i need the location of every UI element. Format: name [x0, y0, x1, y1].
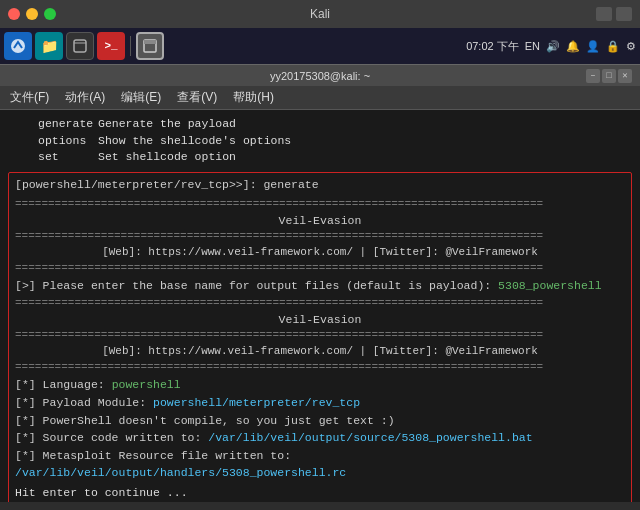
close-button[interactable]: [8, 8, 20, 20]
help-commands-table: generate Generate the payload options Sh…: [8, 116, 632, 166]
prompt-text: [powershell/meterpreter/rev_tcp>>]: gene…: [15, 178, 319, 191]
volume-icon[interactable]: 🔊: [546, 40, 560, 53]
dashes-4: ========================================…: [15, 296, 625, 312]
cmd-name-generate: generate: [8, 116, 98, 133]
basename-prompt-text: [>] Please enter the base name for outpu…: [15, 279, 498, 292]
status-language: [*] Language: powershell: [15, 377, 625, 394]
menu-help[interactable]: 帮助(H): [233, 89, 274, 106]
user-icon[interactable]: 👤: [586, 40, 600, 53]
menu-edit[interactable]: 编辑(E): [121, 89, 161, 106]
cmd-desc-set: Set shellcode option: [98, 149, 236, 166]
taskbar-terminal-icon[interactable]: >_: [97, 32, 125, 60]
status-compile: [*] PowerShell doesn't compile, so you j…: [15, 413, 625, 430]
taskbar-right-area: 07:02 下午 EN 🔊 🔔 👤 🔒 ⚙: [466, 39, 636, 54]
dashes-6: ========================================…: [15, 360, 625, 376]
window-title: yy20175308@kali: ~: [270, 70, 370, 82]
status-source-path: /var/lib/veil/output/source/5308_powersh…: [208, 431, 532, 444]
macos-title: Kali: [310, 7, 330, 21]
dashes-5: ========================================…: [15, 328, 625, 344]
veil-title-1: Veil-Evasion: [15, 213, 625, 230]
taskbar-kali-icon[interactable]: [4, 32, 32, 60]
taskbar-time: 07:02 下午: [466, 39, 519, 54]
menubar: 文件(F) 动作(A) 编辑(E) 查看(V) 帮助(H): [0, 86, 640, 110]
cmd-row-generate: generate Generate the payload: [8, 116, 632, 133]
output-box: [powershell/meterpreter/rev_tcp>>]: gene…: [8, 172, 632, 502]
dashes-2: ========================================…: [15, 229, 625, 245]
cmd-desc-generate: Generate the payload: [98, 116, 236, 133]
menu-actions[interactable]: 动作(A): [65, 89, 105, 106]
status-language-prefix: [*] Language:: [15, 378, 112, 391]
taskbar-active-window[interactable]: [136, 32, 164, 60]
maximize-button[interactable]: [44, 8, 56, 20]
taskbar-browser-icon[interactable]: [66, 32, 94, 60]
status-metasploit-path: /var/lib/veil/output/handlers/5308_power…: [15, 466, 346, 479]
menu-file[interactable]: 文件(F): [10, 89, 49, 106]
taskbar-files-icon[interactable]: 📁: [35, 32, 63, 60]
cmd-row-options: options Show the shellcode's options: [8, 133, 632, 150]
taskbar-locale: EN: [525, 40, 540, 52]
veil-title-2: Veil-Evasion: [15, 312, 625, 329]
status-metasploit-prefix: [*] Metasploit Resource file written to:: [15, 449, 291, 462]
macos-icon-2: [616, 7, 632, 21]
menu-view[interactable]: 查看(V): [177, 89, 217, 106]
basename-value: 5308_powershell: [498, 279, 602, 292]
terminal-body: generate Generate the payload options Sh…: [0, 110, 640, 502]
dashes-1: ========================================…: [15, 197, 625, 213]
cmd-name-set: set: [8, 149, 98, 166]
link-line-1: [Web]: https://www.veil-framework.com/ |…: [15, 245, 625, 261]
bell-icon[interactable]: 🔔: [566, 40, 580, 53]
cmd-name-options: options: [8, 133, 98, 150]
hit-enter-line: Hit enter to continue ...: [15, 485, 625, 502]
status-source-prefix: [*] Source code written to:: [15, 431, 208, 444]
window-restore-btn[interactable]: □: [602, 69, 616, 83]
status-compile-text: [*] PowerShell doesn't compile, so you j…: [15, 414, 395, 427]
taskbar-separator: [130, 36, 131, 56]
cmd-desc-options: Show the shellcode's options: [98, 133, 291, 150]
power-icon[interactable]: ⚙: [626, 40, 636, 53]
window-minimize-btn[interactable]: –: [586, 69, 600, 83]
taskbar: 📁 >_ 07:02 下午 EN 🔊 🔔 👤 🔒 ⚙: [0, 28, 640, 64]
minimize-button[interactable]: [26, 8, 38, 20]
status-source: [*] Source code written to: /var/lib/vei…: [15, 430, 625, 447]
status-payload: [*] Payload Module: powershell/meterpret…: [15, 395, 625, 412]
status-language-value: powershell: [112, 378, 181, 391]
window-controls[interactable]: – □ ✕: [586, 69, 632, 83]
macos-icon-1: [596, 7, 612, 21]
macos-window-icons: [596, 7, 632, 21]
link-line-2: [Web]: https://www.veil-framework.com/ |…: [15, 344, 625, 360]
window-titlebar: yy20175308@kali: ~ – □ ✕: [0, 64, 640, 86]
macos-titlebar: Kali: [0, 0, 640, 28]
status-payload-prefix: [*] Payload Module:: [15, 396, 153, 409]
cmd-row-set: set Set shellcode option: [8, 149, 632, 166]
svg-rect-4: [144, 40, 156, 44]
basename-prompt: [>] Please enter the base name for outpu…: [15, 278, 625, 295]
lock-icon[interactable]: 🔒: [606, 40, 620, 53]
window-close-btn[interactable]: ✕: [618, 69, 632, 83]
svg-rect-1: [74, 40, 86, 52]
dashes-3: ========================================…: [15, 261, 625, 277]
status-metasploit: [*] Metasploit Resource file written to:…: [15, 448, 625, 481]
prompt-line: [powershell/meterpreter/rev_tcp>>]: gene…: [15, 177, 625, 194]
status-payload-value: powershell/meterpreter/rev_tcp: [153, 396, 360, 409]
